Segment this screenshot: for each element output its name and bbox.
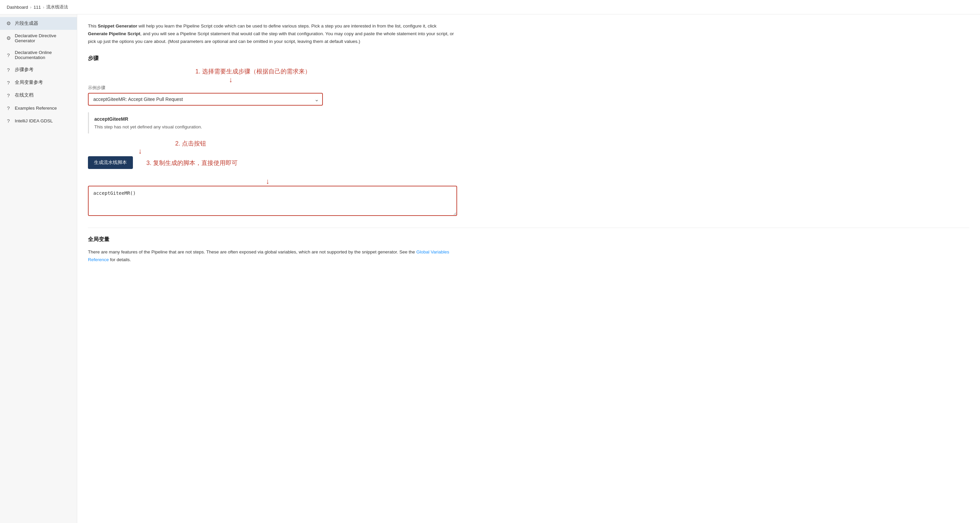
steps-section-title: 步骤 [88, 55, 969, 62]
generate-pipeline-btn[interactable]: 生成流水线脚本 [88, 156, 133, 169]
sidebar-item-declarative-docs[interactable]: ?Declarative Online Documentation [0, 47, 77, 63]
step-select[interactable]: acceptGiteeMR: Accept Gitee Pull Request [88, 93, 323, 106]
arrow-3: ↓ [266, 178, 969, 185]
annotation-1: 1. 选择需要生成步骤（根据自己的需求来） [195, 67, 969, 75]
script-output[interactable] [88, 186, 457, 216]
gear-icon: ⚙ [5, 21, 11, 27]
annotation-2: 2. 点击按钮 [175, 139, 969, 147]
desc-generate-bold: Generate Pipeline Script [88, 31, 140, 36]
question-icon: ? [5, 52, 11, 58]
main-inner: This Snippet Generator will help you lea… [88, 22, 969, 264]
step-description-box: acceptGiteeMR This step has not yet defi… [88, 112, 423, 133]
arrow-2: ↓ [138, 147, 969, 155]
sidebar-item-steps-ref[interactable]: ?步骤参考 [0, 63, 77, 76]
breadcrumb-sep-2: › [43, 5, 44, 10]
section-divider [88, 228, 969, 228]
breadcrumb-111[interactable]: 111 [33, 5, 41, 10]
description-text: This Snippet Generator will help you lea… [88, 22, 457, 46]
sidebar-item-examples-ref[interactable]: ?Examples Reference [0, 101, 77, 114]
sidebar-item-label-global-vars: 全局变量参考 [15, 79, 43, 86]
annotation-3: 3. 复制生成的脚本，直接使用即可 [146, 159, 238, 167]
step-select-wrapper: acceptGiteeMR: Accept Gitee Pull Request… [88, 93, 323, 106]
sidebar-item-label-declarative-directive: Declarative Directive Generator [15, 33, 72, 43]
sidebar-item-label-examples-ref: Examples Reference [15, 106, 57, 111]
step-field-label: 示例步骤 [88, 85, 969, 91]
breadcrumb-current: 流水线语法 [46, 4, 68, 10]
sidebar-item-label-intellij-gdsl: IntelliJ IDEA GDSL [15, 118, 53, 124]
breadcrumb-dashboard[interactable]: Dashboard [7, 5, 28, 10]
breadcrumb: Dashboard › 111 › 流水线语法 [0, 0, 980, 14]
app-layout: ⚙片段生成器⚙Declarative Directive Generator?D… [0, 14, 980, 523]
sidebar-item-declarative-directive[interactable]: ⚙Declarative Directive Generator [0, 30, 77, 47]
sidebar-item-snippet-generator[interactable]: ⚙片段生成器 [0, 17, 77, 30]
step-note: This step has not yet defined any visual… [94, 124, 418, 129]
question-icon: ? [5, 105, 11, 111]
arrow-1: ↓ [229, 76, 969, 84]
sidebar-item-online-docs[interactable]: ?在线文档 [0, 89, 77, 101]
step-name: acceptGiteeMR [94, 116, 418, 122]
desc-mid1: will help you learn the Pipeline Script … [137, 24, 436, 29]
sidebar-item-global-vars[interactable]: ?全局变量参考 [0, 76, 77, 89]
global-vars-text: There are many features of the Pipeline … [88, 249, 457, 264]
question-icon: ⚙ [5, 35, 11, 41]
global-vars-before: There are many features of the Pipeline … [88, 249, 416, 254]
breadcrumb-sep-1: › [30, 5, 32, 10]
sidebar-item-intellij-gdsl[interactable]: ?IntelliJ IDEA GDSL [0, 114, 77, 127]
desc-mid2: , and you will see a Pipeline Script sta… [88, 31, 454, 44]
global-vars-after: for details. [109, 257, 131, 262]
question-icon: ? [5, 67, 11, 73]
desc-snippet-bold: Snippet Generator [98, 24, 137, 29]
question-icon: ? [5, 79, 11, 86]
main-content: This Snippet Generator will help you lea… [77, 14, 980, 523]
sidebar: ⚙片段生成器⚙Declarative Directive Generator?D… [0, 14, 77, 523]
sidebar-item-label-steps-ref: 步骤参考 [15, 67, 33, 73]
question-icon: ? [5, 92, 11, 98]
question-icon: ? [5, 118, 11, 124]
sidebar-item-label-declarative-docs: Declarative Online Documentation [15, 50, 72, 60]
desc-intro: This [88, 24, 98, 29]
sidebar-item-label-online-docs: 在线文档 [15, 92, 33, 98]
sidebar-item-label-snippet-generator: 片段生成器 [15, 21, 38, 27]
global-vars-title: 全局变量 [88, 236, 969, 243]
